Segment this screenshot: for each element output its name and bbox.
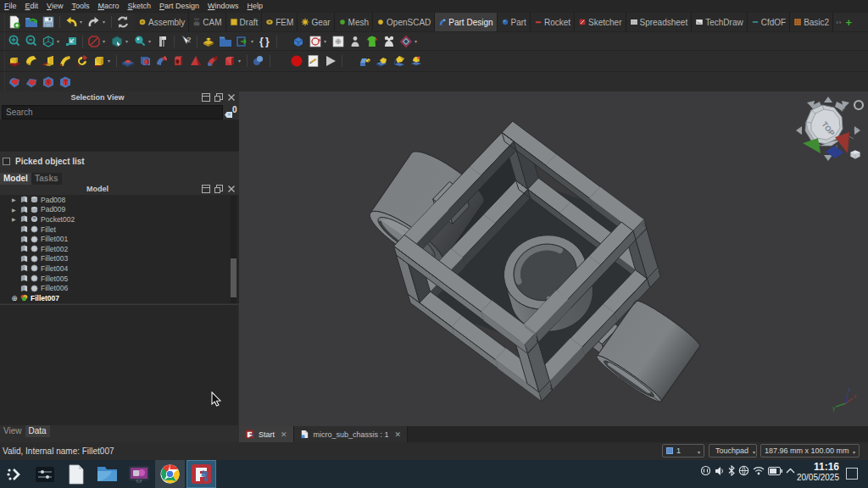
svg-text:z: z <box>848 386 851 392</box>
svg-text:x: x <box>854 393 857 399</box>
svg-text:?: ? <box>186 36 192 44</box>
svg-text:y: y <box>832 405 836 412</box>
svg-text:{ }: { } <box>259 36 270 47</box>
